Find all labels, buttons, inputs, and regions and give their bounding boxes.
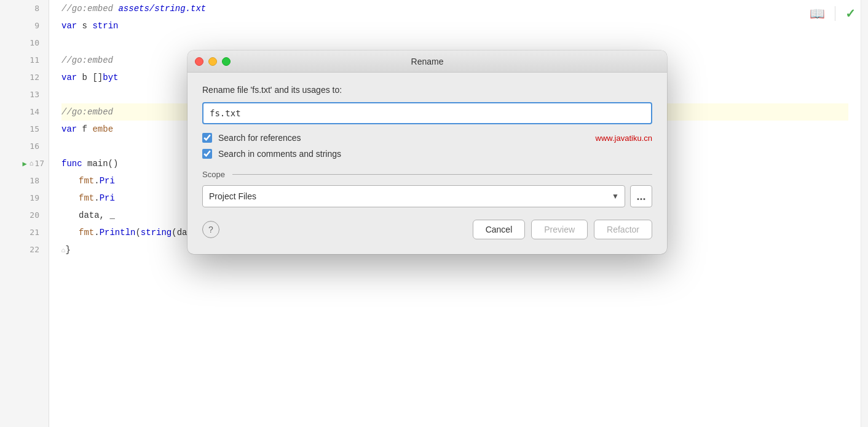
line-num-20: 20: [0, 207, 49, 224]
line-num-18: 18: [0, 172, 49, 190]
rename-description: Rename file 'fs.txt' and its usages to:: [202, 85, 652, 95]
search-comments-row: Search in comments and strings: [202, 149, 652, 159]
scope-section: Scope Project Files Module Files Open Fi…: [202, 170, 652, 207]
line-num-11: 11: [0, 52, 49, 69]
line-num-8: 8: [0, 0, 49, 17]
line-num-9: 9: [0, 17, 49, 34]
scope-header: Scope: [202, 170, 652, 179]
refactor-button[interactable]: Refactor: [594, 220, 652, 239]
scope-more-button[interactable]: ...: [630, 185, 652, 207]
check-icon[interactable]: ✓: [845, 6, 856, 21]
traffic-lights: [195, 57, 231, 66]
scope-select-wrapper: Project Files Module Files Open Files ▼: [202, 185, 625, 207]
run-icon: ▶: [22, 155, 26, 172]
close-button[interactable]: [195, 57, 203, 66]
book-icon[interactable]: 📖: [810, 6, 825, 21]
code-line-9: var s strin: [61, 17, 848, 34]
rename-dialog: Rename Rename file 'fs.txt' and its usag…: [187, 50, 667, 254]
line-num-16: 16: [0, 138, 49, 155]
scope-label: Scope: [202, 170, 225, 179]
code-line-8: //go:embed assets/string.txt: [61, 0, 848, 17]
maximize-button[interactable]: [222, 57, 231, 66]
code-line-10: [61, 34, 848, 52]
divider: [835, 6, 835, 21]
top-right-icons: 📖 ✓: [810, 6, 856, 21]
search-comments-checkbox[interactable]: [202, 149, 212, 159]
search-references-label: Search for references: [218, 133, 301, 143]
dialog-actions: ? Cancel Preview Refactor: [202, 220, 652, 239]
search-references-checkbox[interactable]: [202, 133, 212, 143]
line-num-19: 19: [0, 190, 49, 207]
scope-select[interactable]: Project Files Module Files Open Files: [202, 185, 625, 207]
line-num-21: 21: [0, 224, 49, 241]
scrollbar[interactable]: [861, 0, 868, 427]
search-references-row: Search for references www.javatiku.cn: [202, 133, 652, 143]
minimize-button[interactable]: [208, 57, 217, 66]
help-button[interactable]: ?: [202, 221, 219, 238]
scope-select-row: Project Files Module Files Open Files ▼ …: [202, 185, 652, 207]
search-comments-label: Search in comments and strings: [218, 149, 341, 159]
line-num-10: 10: [0, 34, 49, 52]
watermark-text: www.javatiku.cn: [596, 134, 652, 143]
line-num-12: 12: [0, 69, 49, 86]
line-num-17: ▶ ⌂ 17: [0, 155, 49, 172]
line-num-14: 14: [0, 103, 49, 121]
dialog-title: Rename: [411, 57, 444, 66]
scope-divider: [232, 174, 652, 175]
line-num-22: 22: [0, 241, 49, 258]
preview-button[interactable]: Preview: [531, 220, 588, 239]
dialog-titlebar: Rename: [187, 50, 667, 73]
line-num-13: 13: [0, 86, 49, 103]
line-num-15: 15: [0, 121, 49, 138]
dialog-body: Rename file 'fs.txt' and its usages to: …: [187, 73, 667, 254]
rename-input[interactable]: [202, 102, 652, 124]
home-small-icon: ⌂: [30, 155, 34, 172]
cancel-button[interactable]: Cancel: [473, 220, 526, 239]
line-numbers-column: 8 9 10 11 12 13 14 15 16 ▶ ⌂ 17 18 19 20…: [0, 0, 49, 427]
